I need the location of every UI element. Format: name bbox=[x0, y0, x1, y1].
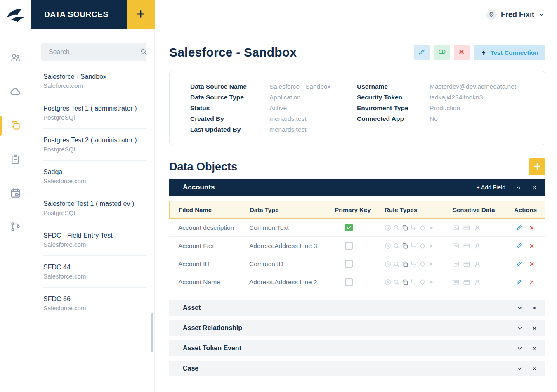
data-source-list-item[interactable]: Postgres Test 1 ( administrator ) Postgr… bbox=[43, 97, 146, 129]
data-source-list-item[interactable]: Postgres Test 2 ( administrator ) Postgr… bbox=[43, 129, 146, 161]
sidebar-header: DATA SOURCES bbox=[31, 0, 155, 29]
delete-field-icon[interactable] bbox=[529, 261, 535, 267]
search-icon[interactable] bbox=[393, 224, 400, 231]
person-icon[interactable] bbox=[474, 242, 481, 250]
edit-field-icon[interactable] bbox=[516, 279, 523, 286]
branch-arrow-icon[interactable] bbox=[410, 279, 418, 286]
nav-schedule[interactable] bbox=[0, 184, 31, 203]
edit-field-icon[interactable] bbox=[516, 224, 523, 231]
play-icon[interactable] bbox=[427, 260, 435, 268]
data-source-list-item[interactable]: SFDC - Field Entry Test Salesforce.com bbox=[43, 224, 146, 256]
person-icon[interactable] bbox=[474, 279, 481, 286]
data-source-type: Salesforce.com bbox=[43, 305, 146, 312]
id-card-icon[interactable] bbox=[452, 279, 460, 286]
person-icon[interactable] bbox=[474, 260, 481, 268]
mask-icon[interactable]: a bbox=[384, 260, 392, 268]
id-card-icon[interactable] bbox=[452, 242, 460, 250]
play-icon[interactable] bbox=[427, 279, 435, 286]
data-source-list-item[interactable]: Salesforce Test 1 ( masted ev ) PostgreS… bbox=[43, 192, 146, 224]
diamond-icon[interactable] bbox=[419, 242, 426, 250]
remove-object-icon[interactable] bbox=[532, 346, 537, 351]
data-source-list-item[interactable]: Sadga Salesforce.com bbox=[43, 161, 146, 192]
chevron-down-icon[interactable] bbox=[517, 345, 523, 352]
play-icon[interactable] bbox=[427, 224, 435, 231]
copy-icon[interactable] bbox=[401, 279, 409, 286]
column-header: Sensitive Data bbox=[453, 206, 514, 213]
data-source-list-item[interactable]: Salesforce - Sandbox Saleforce.com bbox=[43, 65, 146, 97]
credit-card-icon[interactable] bbox=[463, 279, 470, 286]
pencil-icon bbox=[418, 48, 426, 57]
info-label: Username bbox=[357, 81, 430, 92]
chevron-down-icon[interactable] bbox=[517, 325, 523, 331]
copy-icon[interactable] bbox=[401, 224, 409, 231]
primary-key-checkbox[interactable] bbox=[345, 224, 353, 231]
copy-icon[interactable] bbox=[401, 260, 409, 268]
mask-icon[interactable]: a bbox=[384, 242, 392, 250]
id-card-icon[interactable] bbox=[452, 260, 460, 268]
remove-object-icon[interactable] bbox=[532, 305, 537, 311]
edit-field-icon[interactable] bbox=[516, 242, 523, 249]
branch-arrow-icon[interactable] bbox=[410, 260, 418, 268]
user-name: Fred Fixit bbox=[501, 10, 534, 19]
search-input[interactable] bbox=[41, 48, 138, 56]
mask-icon[interactable]: a bbox=[384, 279, 392, 286]
object-accordion[interactable]: Case bbox=[169, 361, 545, 376]
close-icon bbox=[458, 48, 465, 57]
copy-icon[interactable] bbox=[401, 242, 409, 250]
actions-cell bbox=[514, 260, 545, 267]
search-icon[interactable] bbox=[393, 260, 400, 268]
nav-cloud[interactable] bbox=[0, 83, 31, 101]
add-data-object-button[interactable] bbox=[529, 158, 545, 175]
nav-data-sources[interactable] bbox=[0, 117, 31, 135]
user-menu[interactable]: ⚙ Fred Fixit bbox=[486, 9, 545, 20]
data-source-list-item[interactable]: SFDC 66 Salesforce.com bbox=[43, 288, 146, 319]
delete-field-icon[interactable] bbox=[529, 279, 535, 285]
edit-data-source-button[interactable] bbox=[414, 45, 430, 60]
id-card-icon[interactable] bbox=[452, 224, 460, 231]
remove-object-icon[interactable] bbox=[532, 326, 537, 331]
credit-card-icon[interactable] bbox=[463, 260, 470, 268]
accounts-accordion: Accounts + Add Field Fi bbox=[169, 179, 545, 291]
test-connection-button[interactable]: Test Connection bbox=[474, 45, 545, 60]
clone-data-source-button[interactable] bbox=[434, 45, 450, 60]
branch-arrow-icon[interactable] bbox=[410, 224, 418, 231]
credit-card-icon[interactable] bbox=[463, 242, 470, 250]
delete-data-source-button[interactable] bbox=[454, 45, 470, 60]
accounts-accordion-header[interactable]: Accounts + Add Field bbox=[169, 179, 545, 196]
credit-card-icon[interactable] bbox=[463, 224, 470, 231]
primary-key-checkbox[interactable] bbox=[345, 260, 353, 268]
object-accordion[interactable]: Asset Relationship bbox=[169, 320, 545, 336]
edit-field-icon[interactable] bbox=[516, 260, 523, 267]
data-source-list-item[interactable]: SFDC 44 Salesforce.com bbox=[43, 256, 146, 288]
mask-icon[interactable]: a bbox=[384, 224, 392, 231]
nav-clipboard[interactable] bbox=[0, 151, 31, 169]
person-icon[interactable] bbox=[474, 224, 481, 231]
diamond-icon[interactable] bbox=[419, 279, 426, 286]
delete-field-icon[interactable] bbox=[529, 225, 535, 231]
remove-object-icon[interactable] bbox=[532, 366, 537, 371]
sidebar-scrollbar-thumb[interactable] bbox=[151, 313, 153, 352]
add-data-source-button[interactable] bbox=[127, 0, 155, 29]
chevron-down-icon[interactable] bbox=[517, 305, 523, 311]
object-accordion[interactable]: Asset Token Event bbox=[169, 340, 545, 356]
primary-key-checkbox[interactable] bbox=[345, 278, 353, 286]
search-icon[interactable] bbox=[138, 48, 153, 56]
add-field-button[interactable]: + Add Field bbox=[477, 184, 505, 191]
diamond-icon[interactable] bbox=[419, 224, 426, 231]
accordion-title: Asset bbox=[183, 304, 517, 312]
play-icon[interactable] bbox=[427, 242, 435, 250]
accordion-title: Asset Relationship bbox=[183, 324, 517, 332]
object-accordion[interactable]: Asset bbox=[169, 300, 545, 316]
chevron-down-icon[interactable] bbox=[517, 366, 523, 372]
nav-lineage[interactable] bbox=[0, 218, 31, 236]
search-icon[interactable] bbox=[393, 242, 400, 250]
remove-object-icon[interactable] bbox=[531, 184, 537, 190]
diamond-icon[interactable] bbox=[419, 260, 426, 268]
branch-arrow-icon[interactable] bbox=[410, 242, 418, 250]
info-value: Active bbox=[269, 103, 287, 113]
primary-key-checkbox[interactable] bbox=[345, 242, 353, 250]
chevron-up-icon[interactable] bbox=[515, 184, 522, 191]
search-icon[interactable] bbox=[393, 279, 400, 286]
nav-users[interactable] bbox=[0, 49, 31, 67]
delete-field-icon[interactable] bbox=[529, 243, 535, 249]
